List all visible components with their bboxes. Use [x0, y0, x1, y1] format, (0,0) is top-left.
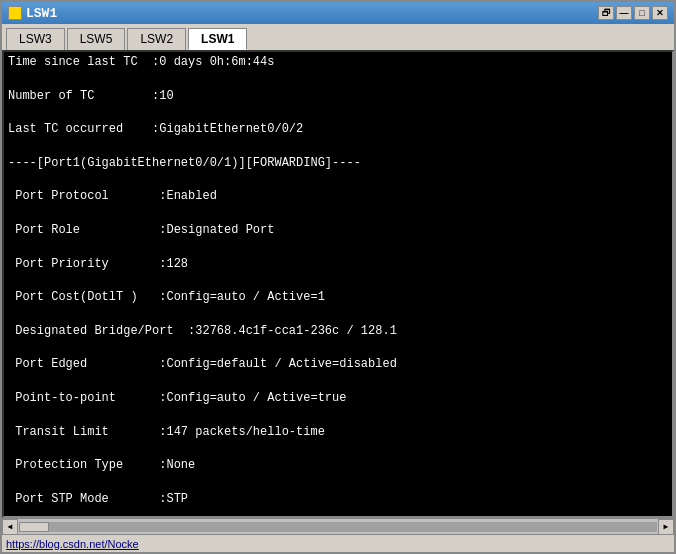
status-url: https://blog.csdn.net/Nocke	[6, 538, 139, 550]
maximize-button[interactable]: □	[634, 6, 650, 20]
terminal-line: Transit Limit :147 packets/hello-time	[8, 424, 668, 441]
scroll-left-button[interactable]: ◀	[2, 519, 18, 535]
terminal-line: Port Protocol :Enabled	[8, 188, 668, 205]
content-area: Time since last TC :0 days 0h:6m:44s Num…	[2, 50, 674, 518]
title-bar-controls: 🗗 — □ ✕	[598, 6, 668, 20]
terminal-line: Port Edged :Config=default / Active=disa…	[8, 356, 668, 373]
terminal-line: Port STP Mode :STP	[8, 491, 668, 508]
tab-lsw5[interactable]: LSW5	[67, 28, 126, 50]
horizontal-scrollbar[interactable]: ◀ ▶	[2, 518, 674, 534]
terminal-line: Port Priority :128	[8, 256, 668, 273]
scroll-right-button[interactable]: ▶	[658, 519, 674, 535]
main-window: LSW1 🗗 — □ ✕ LSW3 LSW5 LSW2 LSW1 Time si…	[0, 0, 676, 554]
minimize-button[interactable]: —	[616, 6, 632, 20]
restore-button[interactable]: 🗗	[598, 6, 614, 20]
scroll-track[interactable]	[19, 522, 657, 532]
tab-bar: LSW3 LSW5 LSW2 LSW1	[2, 24, 674, 50]
close-button[interactable]: ✕	[652, 6, 668, 20]
terminal-line: Last TC occurred :GigabitEthernet0/0/2	[8, 121, 668, 138]
scroll-thumb[interactable]	[19, 522, 49, 532]
title-bar-left: LSW1	[8, 6, 57, 21]
tab-lsw3[interactable]: LSW3	[6, 28, 65, 50]
tab-lsw1[interactable]: LSW1	[188, 28, 247, 50]
terminal-line: Designated Bridge/Port :32768.4c1f-cca1-…	[8, 323, 668, 340]
window-icon	[8, 6, 22, 20]
terminal-line: Port Cost(DotlT ) :Config=auto / Active=…	[8, 289, 668, 306]
terminal-line: Time since last TC :0 days 0h:6m:44s	[8, 54, 668, 71]
title-bar: LSW1 🗗 — □ ✕	[2, 2, 674, 24]
terminal-line: Port Role :Designated Port	[8, 222, 668, 239]
terminal-line: Number of TC :10	[8, 88, 668, 105]
window-title: LSW1	[26, 6, 57, 21]
terminal-output[interactable]: Time since last TC :0 days 0h:6m:44s Num…	[4, 52, 672, 516]
tab-lsw2[interactable]: LSW2	[127, 28, 186, 50]
status-bar: https://blog.csdn.net/Nocke	[2, 534, 674, 552]
terminal-line: Point-to-point :Config=auto / Active=tru…	[8, 390, 668, 407]
terminal-line: ----[Port1(GigabitEthernet0/0/1)][FORWAR…	[8, 155, 668, 172]
terminal-line: Protection Type :None	[8, 457, 668, 474]
